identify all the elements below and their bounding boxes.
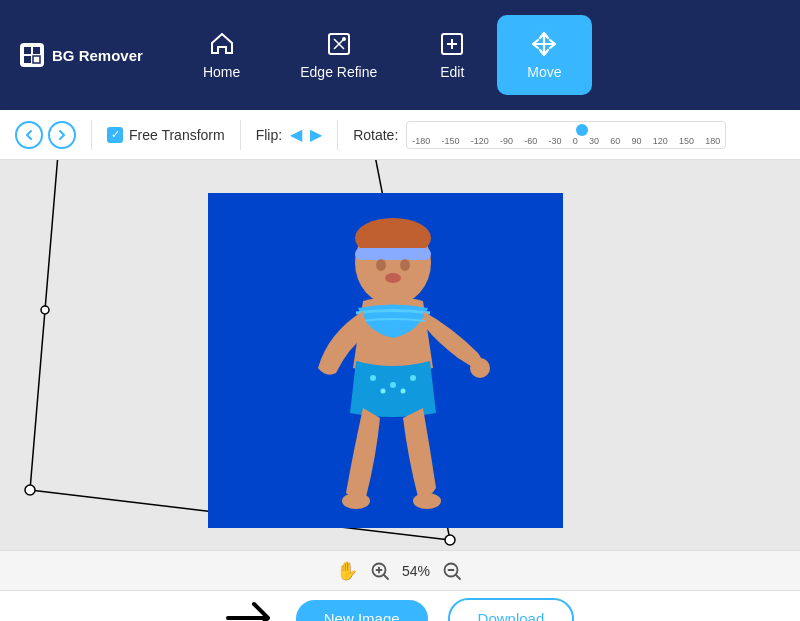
svg-rect-22 (355, 248, 431, 260)
rotate-label: Rotate: (353, 127, 398, 143)
arrow-icon (226, 600, 276, 621)
nav-item-edge-refine[interactable]: Edge Refine (270, 15, 407, 95)
nav-item-move[interactable]: Move (497, 15, 591, 95)
zoom-level: 54% (402, 563, 430, 579)
nav-items: Home Edge Refine Edit (173, 15, 780, 95)
canvas-area (0, 160, 800, 550)
svg-rect-3 (33, 56, 40, 63)
navbar: BG Remover Home Edge Refine (0, 0, 800, 110)
svg-point-28 (410, 375, 416, 381)
divider-1 (91, 120, 92, 150)
svg-point-26 (370, 375, 376, 381)
nav-item-edit[interactable]: Edit (407, 15, 497, 95)
toolbar: ✓ Free Transform Flip: ◀ ▶ Rotate: -180 … (0, 110, 800, 160)
home-icon (208, 30, 236, 58)
new-image-button[interactable]: New Image (296, 600, 428, 622)
back-button[interactable] (15, 121, 43, 149)
footer: New Image Download (0, 590, 800, 621)
svg-point-5 (342, 37, 346, 41)
svg-point-29 (380, 388, 385, 393)
svg-point-33 (470, 358, 490, 378)
zoom-out-button[interactable] (440, 559, 464, 583)
nav-home-label: Home (203, 64, 240, 80)
flip-horizontal-button[interactable]: ◀ (290, 125, 302, 144)
svg-point-25 (385, 273, 401, 283)
svg-line-10 (30, 160, 60, 490)
app-title: BG Remover (52, 47, 143, 64)
svg-point-30 (400, 388, 405, 393)
logo-icon (20, 43, 44, 67)
svg-point-31 (342, 493, 370, 509)
nav-edge-refine-label: Edge Refine (300, 64, 377, 80)
svg-point-32 (413, 493, 441, 509)
svg-point-18 (41, 306, 49, 314)
nav-item-home[interactable]: Home (173, 15, 270, 95)
status-bar: ✋ 54% (0, 550, 800, 590)
toolbar-nav (15, 121, 76, 149)
zoom-controls: ✋ 54% (336, 559, 464, 583)
divider-2 (240, 120, 241, 150)
nav-move-label: Move (527, 64, 561, 80)
hand-tool-icon[interactable]: ✋ (336, 560, 358, 582)
rotate-ruler[interactable]: -180 -150 -120 -90 -60 -30 0 30 60 90 12… (406, 121, 726, 149)
nav-edit-label: Edit (440, 64, 464, 80)
move-icon (530, 30, 558, 58)
rotate-section: Rotate: -180 -150 -120 -90 -60 -30 0 30 … (353, 121, 785, 149)
svg-rect-2 (24, 56, 31, 63)
svg-point-23 (376, 259, 386, 271)
svg-rect-0 (24, 47, 31, 54)
flip-vertical-button[interactable]: ▶ (310, 125, 322, 144)
svg-point-24 (400, 259, 410, 271)
free-transform-label: Free Transform (129, 127, 225, 143)
arrow-container (226, 600, 276, 621)
free-transform-control[interactable]: ✓ Free Transform (107, 127, 225, 143)
free-transform-checkbox[interactable]: ✓ (107, 127, 123, 143)
rotate-ruler-labels: -180 -150 -120 -90 -60 -30 0 30 60 90 12… (407, 136, 725, 146)
download-button[interactable]: Download (448, 598, 575, 622)
svg-point-27 (390, 382, 396, 388)
edit-icon (438, 30, 466, 58)
edge-refine-icon (325, 30, 353, 58)
forward-button[interactable] (48, 121, 76, 149)
canvas-image (208, 193, 563, 528)
zoom-in-button[interactable] (368, 559, 392, 583)
svg-point-13 (445, 535, 455, 545)
rotate-handle[interactable] (576, 124, 588, 136)
svg-point-14 (25, 485, 35, 495)
flip-label: Flip: (256, 127, 282, 143)
app-logo: BG Remover (20, 43, 143, 67)
svg-rect-1 (33, 47, 40, 54)
flip-section: Flip: ◀ ▶ (256, 125, 322, 144)
divider-3 (337, 120, 338, 150)
